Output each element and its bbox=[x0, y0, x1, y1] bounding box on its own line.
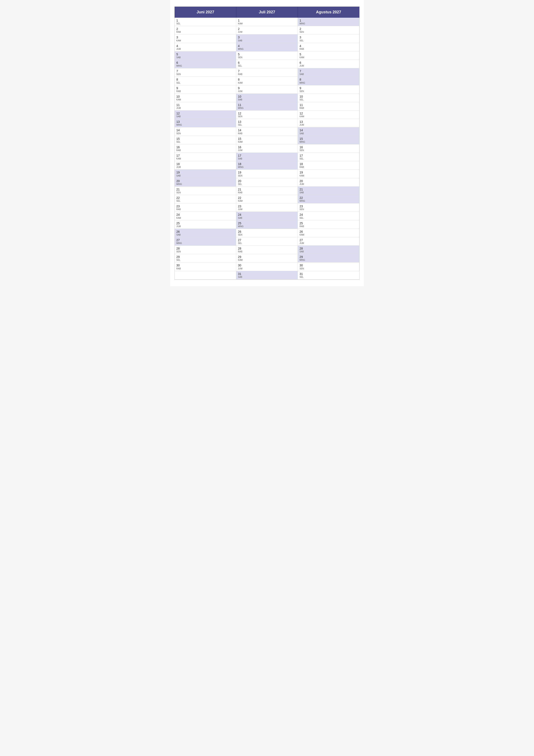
day-cell[interactable]: 13JUM bbox=[298, 119, 359, 127]
day-name: MING bbox=[238, 166, 296, 169]
day-cell[interactable]: 11JUM bbox=[175, 102, 236, 111]
day-cell[interactable]: 9JUM bbox=[236, 85, 298, 94]
day-cell[interactable]: 15MING bbox=[298, 136, 359, 145]
day-cell[interactable]: 16SEN bbox=[298, 145, 359, 153]
day-cell[interactable]: 4RAB bbox=[298, 43, 359, 51]
day-cell[interactable]: 30JUM bbox=[236, 262, 298, 271]
day-cell[interactable]: 16RAB bbox=[175, 145, 236, 153]
day-cell[interactable]: 5SAB bbox=[175, 51, 236, 60]
day-cell[interactable]: 21SAB bbox=[298, 187, 359, 195]
day-cell[interactable]: 25RAB bbox=[298, 221, 359, 229]
day-cell[interactable]: 28SAB bbox=[298, 246, 359, 254]
day-cell[interactable]: 14RAB bbox=[236, 127, 298, 136]
day-cell[interactable]: 3KAM bbox=[175, 35, 236, 43]
day-cell[interactable]: 17SEL bbox=[298, 153, 359, 161]
day-cell[interactable]: 21RAB bbox=[236, 187, 298, 195]
day-cell[interactable]: 5SEN bbox=[236, 51, 298, 60]
day-cell[interactable]: 7SAB bbox=[298, 68, 359, 77]
day-cell[interactable]: 24KAM bbox=[175, 212, 236, 220]
day-cell[interactable]: 2RAB bbox=[175, 26, 236, 35]
day-cell[interactable]: 22MING bbox=[298, 195, 359, 203]
day-cell[interactable]: 10SEL bbox=[298, 94, 359, 102]
day-cell[interactable]: 2SEN bbox=[298, 26, 359, 35]
day-cell[interactable]: 5KAM bbox=[298, 51, 359, 60]
day-cell[interactable]: 19KAM bbox=[298, 170, 359, 178]
day-cell[interactable]: 25MING bbox=[236, 221, 298, 229]
day-cell[interactable]: 31SEL bbox=[298, 271, 359, 280]
day-cell[interactable]: 2JUM bbox=[236, 26, 298, 35]
day-cell[interactable]: 27SEL bbox=[236, 237, 298, 246]
day-name: SEN bbox=[299, 31, 357, 33]
day-cell[interactable]: 1MING bbox=[298, 18, 359, 26]
day-cell[interactable]: 29SEL bbox=[175, 254, 236, 262]
day-cell[interactable]: 12SAB bbox=[175, 111, 236, 119]
day-name: JUM bbox=[299, 242, 357, 245]
day-number: 13 bbox=[176, 120, 234, 124]
day-cell[interactable]: 18JUM bbox=[175, 161, 236, 170]
day-cell[interactable]: 13MING bbox=[175, 119, 236, 127]
day-cell[interactable]: 13SEL bbox=[236, 119, 298, 127]
day-cell[interactable]: 27MING bbox=[175, 237, 236, 246]
day-cell[interactable]: 30SEN bbox=[298, 262, 359, 271]
day-cell[interactable]: 17SAB bbox=[236, 153, 298, 161]
day-cell[interactable]: 12KAM bbox=[298, 111, 359, 119]
day-cell[interactable]: 8KAM bbox=[236, 77, 298, 85]
day-number: 9 bbox=[238, 86, 296, 90]
day-cell[interactable]: 19SAB bbox=[175, 170, 236, 178]
day-cell[interactable]: 20JUM bbox=[298, 178, 359, 187]
day-cell[interactable]: 8MING bbox=[298, 77, 359, 85]
day-cell[interactable]: 26SAB bbox=[175, 229, 236, 237]
day-cell[interactable]: 6SEL bbox=[236, 60, 298, 68]
day-cell[interactable]: 16JUM bbox=[236, 145, 298, 153]
day-cell[interactable]: 24SAB bbox=[236, 212, 298, 220]
day-cell[interactable]: 22SEL bbox=[175, 195, 236, 203]
day-cell[interactable]: 10SAB bbox=[236, 94, 298, 102]
day-cell[interactable]: 15KAM bbox=[236, 136, 298, 145]
day-cell[interactable]: 14SEN bbox=[175, 127, 236, 136]
day-cell[interactable]: 23RAB bbox=[175, 203, 236, 212]
day-cell[interactable]: 18RAB bbox=[298, 161, 359, 170]
day-cell[interactable]: 1KAM bbox=[236, 18, 298, 26]
day-cell[interactable]: 11RAB bbox=[298, 102, 359, 111]
day-cell[interactable]: 6JUM bbox=[298, 60, 359, 68]
day-cell[interactable]: 4JUM bbox=[175, 43, 236, 51]
day-cell[interactable]: 6MING bbox=[175, 60, 236, 68]
day-cell[interactable]: 23JUM bbox=[236, 203, 298, 212]
day-cell[interactable]: 29KAM bbox=[236, 254, 298, 262]
day-cell[interactable]: 20SEL bbox=[236, 178, 298, 187]
day-cell[interactable]: 21SEN bbox=[175, 187, 236, 195]
day-cell[interactable]: 4MING bbox=[236, 43, 298, 51]
day-cell[interactable]: 26KAM bbox=[298, 229, 359, 237]
day-cell[interactable]: 30RAB bbox=[175, 262, 236, 271]
day-cell[interactable]: 28RAB bbox=[236, 246, 298, 254]
day-cell[interactable]: 27JUM bbox=[298, 237, 359, 246]
day-cell[interactable]: 14SAB bbox=[298, 127, 359, 136]
day-cell[interactable]: 25JUM bbox=[175, 221, 236, 229]
day-cell[interactable]: 19SEN bbox=[236, 170, 298, 178]
day-cell[interactable]: 22KAM bbox=[236, 195, 298, 203]
day-cell[interactable]: 10KAM bbox=[175, 94, 236, 102]
day-cell[interactable]: 12SEN bbox=[236, 111, 298, 119]
day-cell[interactable]: 3SAB bbox=[236, 35, 298, 43]
day-number: 26 bbox=[299, 230, 357, 233]
day-cell[interactable]: 20MING bbox=[175, 178, 236, 187]
day-cell[interactable]: 28SEN bbox=[175, 246, 236, 254]
day-cell[interactable]: 7RAB bbox=[236, 68, 298, 77]
day-cell[interactable]: 3SEL bbox=[298, 35, 359, 43]
day-cell[interactable]: 18MING bbox=[236, 161, 298, 170]
day-cell[interactable]: 9RAB bbox=[175, 85, 236, 94]
day-cell[interactable]: 26SEN bbox=[236, 229, 298, 237]
day-cell[interactable]: 31SAB bbox=[236, 271, 298, 280]
day-cell[interactable]: 1SEL bbox=[175, 18, 236, 26]
day-cell[interactable]: 11MING bbox=[236, 102, 298, 111]
day-cell[interactable]: 17KAM bbox=[175, 153, 236, 161]
day-number: 11 bbox=[299, 103, 357, 107]
day-cell[interactable]: 23SEN bbox=[298, 203, 359, 212]
day-cell[interactable]: 9SEN bbox=[298, 85, 359, 94]
day-cell[interactable]: 24SEL bbox=[298, 212, 359, 220]
day-cell[interactable]: 29MING bbox=[298, 254, 359, 262]
day-cell[interactable]: 7SEN bbox=[175, 68, 236, 77]
day-cell[interactable]: 8SEL bbox=[175, 77, 236, 85]
day-cell[interactable]: 15SEL bbox=[175, 136, 236, 145]
day-number: 9 bbox=[176, 86, 234, 90]
